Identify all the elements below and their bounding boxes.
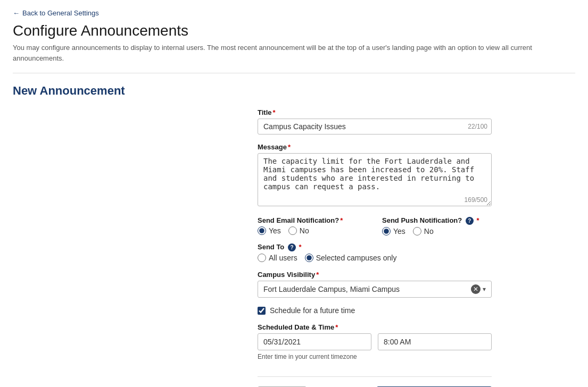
send-email-field: Send Email Notification?* Yes No: [258, 216, 367, 235]
send-push-field: Send Push Notification? ? * Yes No: [382, 216, 492, 235]
email-yes-label[interactable]: Yes: [258, 226, 281, 235]
notification-fields: Send Email Notification?* Yes No Send Pu…: [258, 216, 492, 235]
schedule-checkbox-label[interactable]: Schedule for a future time: [258, 306, 492, 315]
form-actions: RESET POST ANNOUNCEMENT: [258, 376, 492, 387]
announcement-form: Title* 22/100 Message* The capacity limi…: [258, 108, 492, 387]
schedule-label-text: Schedule for a future time: [270, 306, 355, 315]
message-field-group: Message* The capacity limit for the Fort…: [258, 143, 492, 208]
date-time-row: [258, 333, 492, 350]
title-input[interactable]: [258, 119, 492, 134]
clear-icon[interactable]: ✕: [471, 284, 481, 294]
campus-select[interactable]: Fort Lauderdale Campus, Miami Campus ✕ ▾: [258, 281, 492, 298]
send-push-label: Send Push Notification? ? *: [382, 216, 492, 225]
email-no-label[interactable]: No: [288, 226, 309, 235]
push-no-label[interactable]: No: [413, 227, 434, 235]
send-push-radio-group: Yes No: [382, 227, 492, 235]
email-no-radio[interactable]: [288, 226, 297, 235]
title-char-count: 22/100: [468, 123, 487, 130]
send-email-label: Send Email Notification?*: [258, 216, 367, 224]
message-char-count: 169/500: [465, 196, 487, 204]
push-yes-label[interactable]: Yes: [382, 227, 405, 235]
scheduled-time-input[interactable]: [378, 333, 492, 350]
all-users-label[interactable]: All users: [258, 254, 297, 262]
selected-campuses-label[interactable]: Selected campuses only: [305, 254, 397, 262]
send-email-radio-group: Yes No: [258, 226, 367, 235]
send-to-radio-group: All users Selected campuses only: [258, 254, 492, 262]
all-users-radio[interactable]: [258, 254, 266, 262]
message-textarea[interactable]: The capacity limit for the Fort Lauderda…: [258, 153, 492, 206]
schedule-checkbox[interactable]: [258, 307, 266, 315]
push-no-radio[interactable]: [413, 227, 421, 235]
send-to-help-icon[interactable]: ?: [288, 243, 296, 251]
campus-select-value: Fort Lauderdale Campus, Miami Campus: [263, 285, 400, 293]
page-title: Configure Announcements: [13, 22, 575, 39]
scheduled-datetime-label: Scheduled Date & Time*: [258, 323, 492, 331]
email-yes-radio[interactable]: [258, 226, 266, 235]
divider: [13, 73, 575, 73]
title-label: Title*: [258, 108, 492, 116]
send-to-label: Send To ? *: [258, 243, 492, 251]
timezone-hint: Enter time in your current timezone: [258, 353, 492, 360]
campus-clear-btn[interactable]: ✕ ▾: [471, 284, 486, 294]
campus-visibility-field-group: Campus Visibility* Fort Lauderdale Campu…: [258, 271, 492, 298]
title-input-wrap: 22/100: [258, 119, 492, 134]
scheduled-datetime-field-group: Scheduled Date & Time* Enter time in you…: [258, 323, 492, 360]
page-description: You may configure announcements to displ…: [13, 43, 575, 63]
section-title: New Announcement: [13, 84, 575, 98]
selected-campuses-radio[interactable]: [305, 254, 313, 262]
message-textarea-wrap: The capacity limit for the Fort Lauderda…: [258, 153, 492, 208]
chevron-down-icon: ▾: [483, 285, 486, 293]
scheduled-date-input[interactable]: [258, 333, 371, 350]
send-push-help-icon[interactable]: ?: [466, 217, 474, 225]
schedule-checkbox-group: Schedule for a future time: [258, 306, 492, 315]
push-yes-radio[interactable]: [382, 227, 391, 235]
message-label: Message*: [258, 143, 492, 151]
campus-visibility-label: Campus Visibility*: [258, 271, 492, 279]
send-to-field-group: Send To ? * All users Selected campuses …: [258, 243, 492, 262]
title-field-group: Title* 22/100: [258, 108, 492, 134]
back-to-settings-link[interactable]: Back to General Settings: [13, 9, 99, 17]
